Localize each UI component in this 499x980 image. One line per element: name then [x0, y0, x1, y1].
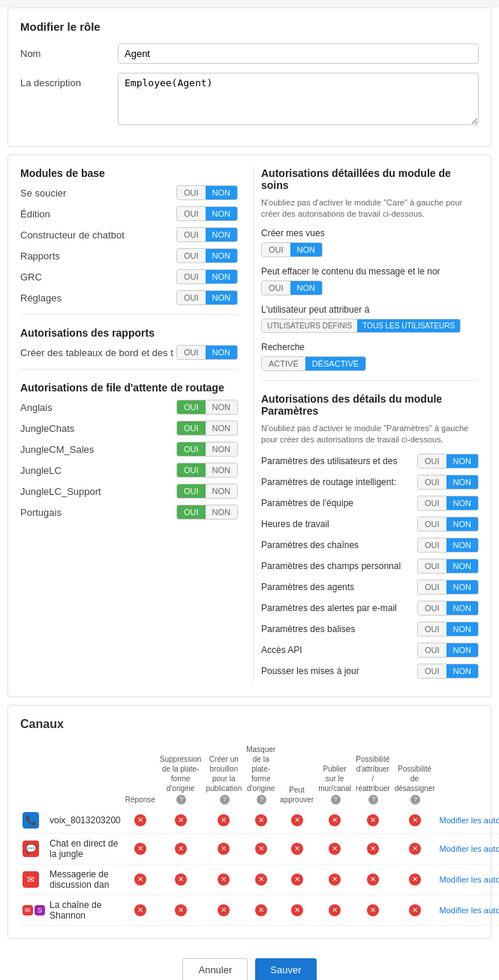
toggle-param-8[interactable]: OUI NON: [417, 622, 479, 637]
toggle-non-param-9[interactable]: NON: [446, 643, 478, 657]
circle-r3-c6: ✕: [367, 904, 379, 916]
module-label-anglais: Anglais: [20, 402, 53, 413]
toggle-param-7[interactable]: OUI NON: [417, 601, 479, 616]
toggle-oui-param-3[interactable]: OUI: [418, 517, 446, 531]
toggle-rapports[interactable]: OUI NON: [176, 248, 238, 263]
toggle-oui-param-10[interactable]: OUI: [418, 664, 446, 678]
toggle-oui-tableaux[interactable]: OUI: [177, 346, 206, 359]
toggle-desactive-recherche[interactable]: DÉSACTIVÉ: [305, 357, 365, 370]
toggle-oui-creer[interactable]: OUI: [262, 243, 290, 256]
toggle-param-3[interactable]: OUI NON: [417, 517, 479, 532]
nom-input[interactable]: [118, 43, 479, 64]
save-button[interactable]: Sauver: [255, 958, 316, 980]
toggle-reglages[interactable]: OUI NON: [176, 290, 238, 305]
toggle-oui-rapports[interactable]: OUI: [177, 249, 206, 262]
toggle-anglais[interactable]: OUI NON: [176, 400, 238, 415]
toggle-oui-param-8[interactable]: OUI: [418, 622, 446, 636]
toggle-non-junglecm[interactable]: NON: [206, 442, 237, 456]
toggle-attribuer[interactable]: UTILISATEURS DÉFINIS TOUS LES UTILISATEU…: [261, 319, 461, 333]
toggle-tableaux[interactable]: OUI NON: [176, 345, 238, 360]
toggle-non-edition[interactable]: NON: [206, 207, 237, 220]
toggle-param-2[interactable]: OUI NON: [417, 496, 479, 511]
toggle-non-param-6[interactable]: NON: [446, 580, 478, 594]
toggle-param-6[interactable]: OUI NON: [417, 580, 479, 595]
toggle-junglelc-support[interactable]: OUI NON: [176, 484, 238, 499]
toggle-param-4[interactable]: OUI NON: [417, 538, 479, 553]
toggle-oui-param-6[interactable]: OUI: [418, 580, 446, 594]
toggle-non-junglechats[interactable]: NON: [206, 421, 237, 435]
toggle-non-reglages[interactable]: NON: [206, 291, 237, 304]
toggle-param-0[interactable]: OUI NON: [417, 454, 479, 469]
desc-textarea[interactable]: Employee(Agent): [118, 73, 479, 125]
toggle-oui-param-7[interactable]: OUI: [418, 601, 446, 615]
toggle-oui-reglages[interactable]: OUI: [177, 291, 206, 304]
table-row: ✉ Messagerie de discussion dan ✕ ✕ ✕ ✕ ✕…: [20, 864, 499, 895]
toggle-non-param-1[interactable]: NON: [446, 475, 478, 489]
toggle-oui-param-1[interactable]: OUI: [418, 475, 446, 489]
toggle-recherche[interactable]: ACTIVÉ DÉSACTIVÉ: [261, 356, 366, 371]
toggle-non-param-5[interactable]: NON: [446, 559, 478, 573]
toggle-non-param-2[interactable]: NON: [446, 496, 478, 510]
module-row-se-soucier: Se soucier OUI NON: [20, 185, 238, 200]
toggle-junglechats[interactable]: OUI NON: [176, 421, 238, 436]
toggle-non-rapports[interactable]: NON: [206, 249, 237, 262]
toggle-non-junglelc-support[interactable]: NON: [206, 484, 237, 498]
toggle-oui-anglais[interactable]: OUI: [177, 400, 206, 414]
toggle-non-grc[interactable]: NON: [206, 270, 237, 283]
toggle-oui-param-0[interactable]: OUI: [418, 454, 446, 468]
toggle-non-param-10[interactable]: NON: [446, 664, 478, 678]
toggle-non-portugais[interactable]: NON: [206, 505, 237, 519]
toggle-non-effacer[interactable]: NON: [290, 281, 322, 295]
module-label-grc: GRC: [20, 271, 42, 283]
toggle-effacer[interactable]: OUI NON: [261, 280, 323, 295]
action-link-3[interactable]: Modifier les auto: [440, 906, 499, 915]
toggle-portugais[interactable]: OUI NON: [176, 505, 238, 520]
toggle-non-anglais[interactable]: NON: [206, 400, 237, 414]
circle-r1-c5: ✕: [329, 843, 341, 855]
toggle-non-se-soucier[interactable]: NON: [206, 186, 237, 199]
toggle-oui-param-4[interactable]: OUI: [418, 538, 446, 552]
toggle-oui-junglelc-support[interactable]: OUI: [177, 484, 206, 498]
toggle-oui-param-2[interactable]: OUI: [418, 496, 446, 510]
toggle-oui-se-soucier[interactable]: OUI: [177, 186, 206, 199]
toggle-junglecm[interactable]: OUI NON: [176, 442, 238, 457]
toggle-oui-junglelc[interactable]: OUI: [177, 463, 206, 477]
action-link-2[interactable]: Modifier les auto: [440, 875, 499, 884]
circle-r0-c3: ✕: [255, 814, 267, 826]
toggle-param-1[interactable]: OUI NON: [417, 475, 479, 490]
toggle-non-tableaux[interactable]: NON: [206, 346, 237, 359]
toggle-oui-param-5[interactable]: OUI: [418, 559, 446, 573]
toggle-non-creer[interactable]: NON: [290, 243, 322, 256]
toggle-non-param-0[interactable]: NON: [446, 454, 478, 468]
action-link-1[interactable]: Modifier les auto: [440, 844, 499, 853]
toggle-param-9[interactable]: OUI NON: [417, 643, 479, 658]
toggle-param-10[interactable]: OUI NON: [417, 664, 479, 679]
toggle-non-param-7[interactable]: NON: [446, 601, 478, 615]
toggle-tous-utilisateurs[interactable]: TOUS LES UTILISATEURS: [357, 319, 460, 332]
toggle-se-soucier[interactable]: OUI NON: [176, 185, 238, 200]
toggle-oui-grc[interactable]: OUI: [177, 270, 206, 283]
toggle-junglelc[interactable]: OUI NON: [176, 463, 238, 478]
toggle-utilisateurs-definis[interactable]: UTILISATEURS DÉFINIS: [262, 319, 357, 332]
toggle-oui-effacer[interactable]: OUI: [262, 281, 290, 295]
toggle-non-param-4[interactable]: NON: [446, 538, 478, 552]
module-row-grc: GRC OUI NON: [20, 269, 238, 284]
toggle-oui-junglecm[interactable]: OUI: [177, 442, 206, 456]
cancel-button[interactable]: Annuler: [182, 958, 248, 980]
toggle-oui-edition[interactable]: OUI: [177, 207, 206, 220]
toggle-chatbot[interactable]: OUI NON: [176, 227, 238, 242]
toggle-oui-chatbot[interactable]: OUI: [177, 228, 206, 241]
toggle-param-5[interactable]: OUI NON: [417, 559, 479, 574]
toggle-non-param-8[interactable]: NON: [446, 622, 478, 636]
toggle-edition[interactable]: OUI NON: [176, 206, 238, 221]
toggle-creer-mes-vues[interactable]: OUI NON: [261, 242, 323, 257]
toggle-oui-junglechats[interactable]: OUI: [177, 421, 206, 435]
toggle-non-param-3[interactable]: NON: [446, 517, 478, 531]
action-link-0[interactable]: Modifier les auto: [440, 816, 499, 825]
toggle-active-recherche[interactable]: ACTIVÉ: [262, 357, 305, 370]
toggle-non-chatbot[interactable]: NON: [206, 228, 237, 241]
toggle-oui-param-9[interactable]: OUI: [418, 643, 446, 657]
toggle-oui-portugais[interactable]: OUI: [177, 505, 206, 519]
toggle-non-junglelc[interactable]: NON: [206, 463, 237, 477]
toggle-grc[interactable]: OUI NON: [176, 269, 238, 284]
